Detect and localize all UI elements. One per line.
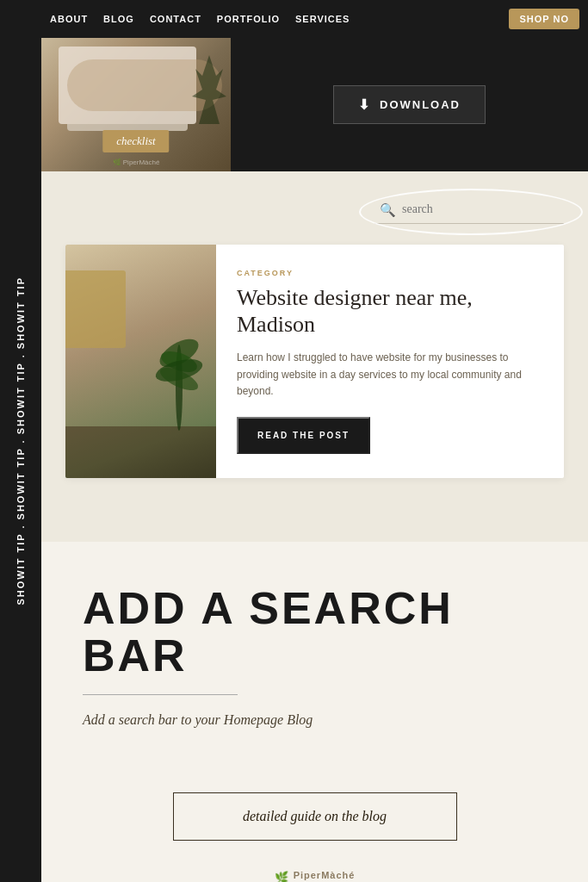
download-icon: ⬇ xyxy=(358,96,371,113)
bottom-section: ADD A SEARCH BAR Add a search bar to you… xyxy=(41,542,588,882)
sub-heading: Add a search bar to your Homepage Blog xyxy=(83,712,313,728)
hands-overlay xyxy=(67,59,222,111)
navigation: ABOUT BLOG CONTACT PORTFOLIO SERVICES SH… xyxy=(41,0,588,38)
blog-card-image xyxy=(65,245,216,478)
nav-portfolio[interactable]: PORTFOLIO xyxy=(217,14,280,24)
read-post-button[interactable]: READ THE POST xyxy=(237,417,370,454)
blog-card: CATEGORY Website designer near me, Madis… xyxy=(65,245,564,478)
blog-area: 🔍 xyxy=(41,171,588,542)
card-description: Learn how I struggled to have website fo… xyxy=(237,350,540,400)
logo-icon: 🌿 xyxy=(275,871,288,882)
main-heading: ADD A SEARCH BAR xyxy=(83,585,547,679)
search-container: 🔍 xyxy=(65,196,564,224)
nav-links: ABOUT BLOG CONTACT PORTFOLIO SERVICES xyxy=(50,14,350,24)
search-input[interactable] xyxy=(374,196,564,224)
shop-now-button[interactable]: SHOP NO xyxy=(509,9,579,29)
blog-card-content: CATEGORY Website designer near me, Madis… xyxy=(216,245,564,478)
heading-divider xyxy=(83,694,238,695)
side-text-bar: SHOWIT TIP . SHOWIT TIP . SHOWIT TIP . S… xyxy=(0,0,41,882)
card-title: Website designer near me, Madison xyxy=(237,284,540,338)
nav-contact[interactable]: CONTACT xyxy=(150,14,201,24)
logo-name: PiperMàché xyxy=(294,870,356,880)
hero-image-bg: checklist 🌿 PiperMàché xyxy=(41,38,231,171)
nav-about[interactable]: ABOUT xyxy=(50,14,88,24)
card-bottom-accent xyxy=(65,426,216,478)
hero-section: checklist 🌿 PiperMàché ⬇ DOWNLOAD xyxy=(41,38,588,171)
side-text-label: SHOWIT TIP . SHOWIT TIP . SHOWIT TIP . S… xyxy=(15,276,26,606)
nav-blog[interactable]: BLOG xyxy=(103,14,134,24)
download-button[interactable]: ⬇ DOWNLOAD xyxy=(333,85,486,124)
card-category: CATEGORY xyxy=(237,269,540,277)
checklist-badge: checklist xyxy=(102,130,169,152)
footer-logo: 🌿 PiperMàché DIGITAL ART xyxy=(83,866,547,882)
guide-button[interactable]: detailed guide on the blog xyxy=(173,792,457,841)
plant-svg xyxy=(149,319,209,431)
search-wrapper: 🔍 xyxy=(374,196,564,224)
card-gold-strip xyxy=(65,270,126,348)
hero-image: checklist 🌿 PiperMàché xyxy=(41,38,231,171)
hero-cta: ⬇ DOWNLOAD xyxy=(231,38,588,171)
blog-img-bg xyxy=(65,245,216,478)
nav-services[interactable]: SERVICES xyxy=(295,14,350,24)
search-icon: 🔍 xyxy=(380,202,396,218)
hero-watermark: 🌿 PiperMàché xyxy=(113,158,160,166)
download-label: DOWNLOAD xyxy=(380,98,461,111)
